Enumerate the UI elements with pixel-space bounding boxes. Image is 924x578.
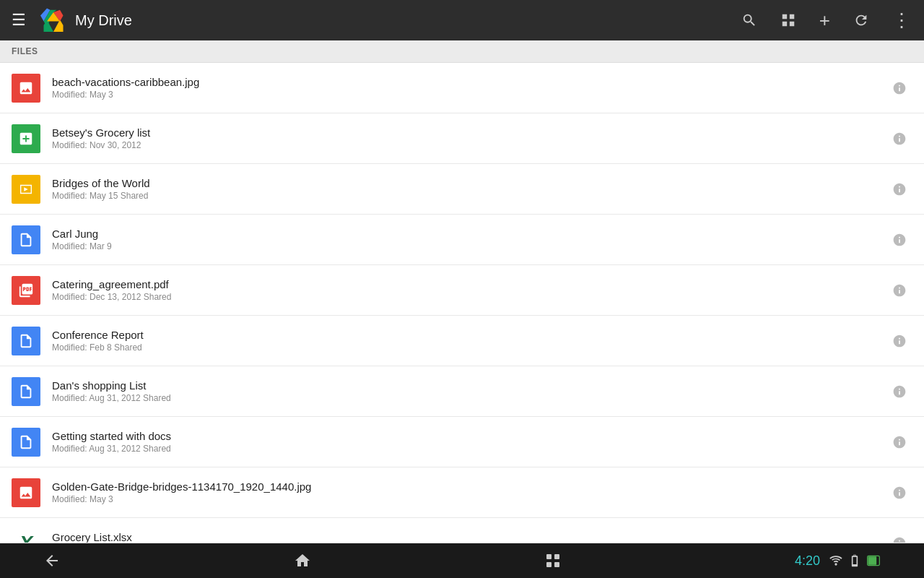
- file-meta: Modified: Nov 30, 2012: [52, 140, 886, 150]
- file-name: Conference Report: [52, 329, 886, 341]
- menu-button[interactable]: ☰: [6, 5, 32, 35]
- clock: 4:20: [795, 553, 820, 569]
- info-button[interactable]: [886, 530, 912, 543]
- file-row[interactable]: Carl Jung Modified: Mar 9: [0, 215, 924, 265]
- file-meta: Modified: May 3: [52, 90, 886, 100]
- file-name: Getting started with docs: [52, 430, 886, 442]
- file-name: Catering_agreement.pdf: [52, 278, 886, 290]
- file-meta: Modified: Mar 9: [52, 241, 886, 251]
- more-options-button[interactable]: ⋮: [885, 2, 918, 39]
- file-row[interactable]: Betsey's Grocery list Modified: Nov 30, …: [0, 113, 924, 164]
- bottom-navigation: 4:20: [0, 543, 924, 578]
- info-button[interactable]: [886, 429, 912, 455]
- info-button[interactable]: [886, 328, 912, 354]
- file-info: Carl Jung Modified: Mar 9: [52, 228, 886, 251]
- file-info: Catering_agreement.pdf Modified: Dec 13,…: [52, 278, 886, 302]
- file-name: Golden-Gate-Bridge-bridges-1134170_1920_…: [52, 480, 886, 493]
- files-section-header: FILES: [0, 40, 924, 63]
- info-button[interactable]: [886, 126, 912, 152]
- info-button[interactable]: [886, 379, 912, 405]
- svg-rect-0: [546, 554, 552, 559]
- add-button[interactable]: +: [812, 2, 837, 39]
- info-button[interactable]: [886, 75, 912, 101]
- file-meta: Modified: Aug 31, 2012 Shared: [52, 444, 886, 454]
- file-name: beach-vacations-caribbean.jpg: [52, 76, 886, 88]
- svg-rect-3: [554, 562, 559, 567]
- grid-view-button[interactable]: [773, 5, 803, 35]
- recents-button[interactable]: [544, 552, 562, 569]
- svg-rect-2: [546, 562, 552, 567]
- file-row[interactable]: beach-vacations-caribbean.jpg Modified: …: [0, 63, 924, 113]
- svg-rect-1: [554, 554, 559, 559]
- svg-rect-5: [868, 556, 877, 565]
- file-info: Golden-Gate-Bridge-bridges-1134170_1920_…: [52, 480, 886, 504]
- file-name: Dan's shopping List: [52, 379, 886, 392]
- file-name: Betsey's Grocery list: [52, 126, 886, 139]
- search-button[interactable]: [734, 5, 764, 35]
- refresh-button[interactable]: [846, 5, 876, 35]
- back-button[interactable]: [43, 552, 61, 569]
- app-logo: [40, 6, 66, 35]
- info-button[interactable]: [886, 227, 912, 253]
- home-button[interactable]: [294, 552, 311, 569]
- app-title: My Drive: [75, 12, 725, 29]
- file-meta: Modified: May 3: [52, 494, 886, 504]
- file-meta: Modified: Aug 31, 2012 Shared: [52, 393, 886, 403]
- file-name: Grocery List.xlsx: [52, 531, 886, 543]
- info-button[interactable]: [886, 277, 912, 303]
- file-info: Conference Report Modified: Feb 8 Shared: [52, 329, 886, 353]
- file-row[interactable]: Conference Report Modified: Feb 8 Shared: [0, 316, 924, 366]
- file-meta: Modified: Feb 8 Shared: [52, 342, 886, 353]
- file-row[interactable]: Getting started with docs Modified: Aug …: [0, 417, 924, 467]
- info-button[interactable]: [886, 176, 912, 202]
- file-info: Bridges of the World Modified: May 15 Sh…: [52, 177, 886, 201]
- file-info: Getting started with docs Modified: Aug …: [52, 430, 886, 454]
- file-info: Betsey's Grocery list Modified: Nov 30, …: [52, 126, 886, 150]
- file-meta: Modified: May 15 Shared: [52, 191, 886, 201]
- file-name: Carl Jung: [52, 228, 886, 240]
- file-row[interactable]: Catering_agreement.pdf Modified: Dec 13,…: [0, 265, 924, 316]
- status-area: 4:20: [795, 553, 881, 569]
- file-meta: Modified: Dec 13, 2012 Shared: [52, 292, 886, 302]
- file-list: beach-vacations-caribbean.jpg Modified: …: [0, 63, 924, 543]
- status-icons: [829, 553, 881, 568]
- file-row[interactable]: Dan's shopping List Modified: Aug 31, 20…: [0, 366, 924, 417]
- file-info: beach-vacations-caribbean.jpg Modified: …: [52, 76, 886, 100]
- file-row[interactable]: Bridges of the World Modified: May 15 Sh…: [0, 164, 924, 215]
- file-row[interactable]: Golden-Gate-Bridge-bridges-1134170_1920_…: [0, 467, 924, 518]
- file-row[interactable]: X Grocery List.xlsx Modified: Sep 5, 201…: [0, 518, 924, 543]
- file-info: Grocery List.xlsx Modified: Sep 5, 2012 …: [52, 531, 886, 543]
- info-button[interactable]: [886, 480, 912, 506]
- file-info: Dan's shopping List Modified: Aug 31, 20…: [52, 379, 886, 403]
- file-name: Bridges of the World: [52, 177, 886, 189]
